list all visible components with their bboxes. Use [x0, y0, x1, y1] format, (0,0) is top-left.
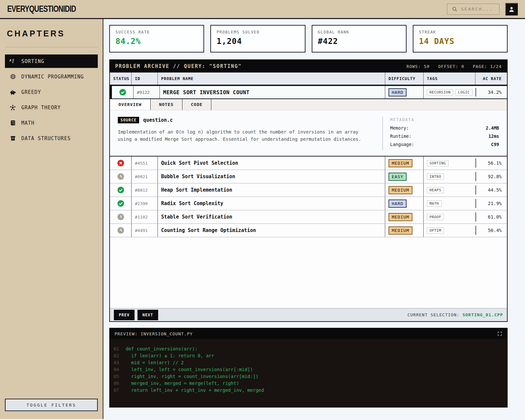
code-text: if len(arr) ≤ 1: return 0, arr — [126, 352, 214, 359]
code-line: 07 return left_inv + right_inv + merged_… — [110, 387, 507, 394]
archive-title: PROBLEM ARCHIVE // QUERY: "SORTING" — [115, 63, 242, 69]
table-row[interactable]: #4491 Counting Sort Range Optimization M… — [110, 224, 507, 237]
line-number: 03 — [110, 359, 126, 366]
preview-title: PREVIEW: INVERSION_COUNT.PY — [115, 331, 193, 336]
code-editor: 01def count_inversions(arr): 02 if len(a… — [110, 339, 507, 407]
next-page-button[interactable]: NEXT — [137, 310, 158, 320]
ac-rate: 92.8% — [475, 170, 507, 183]
code-line: 02 if len(arr) ≤ 1: return 0, arr — [110, 352, 507, 359]
sidebar-item-graph-theory[interactable]: GRAPH THEORY — [5, 101, 98, 114]
tag-chip: LOGIC — [455, 89, 472, 95]
tag-chip: INTRO — [427, 174, 444, 180]
sidebar-title: CHAPTERS — [5, 29, 98, 38]
column-header-name: PROBLEM NAME — [158, 73, 385, 85]
difficulty-badge: EASY — [388, 173, 407, 181]
stat-label: STREAK — [419, 30, 501, 34]
table-empty-space — [110, 237, 507, 308]
ac-rate: 44.5% — [475, 183, 507, 197]
user-account-button[interactable] — [505, 3, 518, 15]
code-text: right_inv, right = count_inversions(arr[… — [126, 373, 259, 380]
tag-chip: PROOF — [427, 214, 444, 220]
chip-icon — [10, 74, 16, 80]
status-solved-icon — [117, 200, 124, 207]
calculator-icon — [10, 120, 16, 126]
piggy-bank-icon — [10, 89, 16, 95]
sidebar-item-label: DYNAMIC PROGRAMMING — [21, 74, 84, 80]
metadata-key: Runtime: — [390, 134, 411, 139]
table-row[interactable]: #8812 Heap Sort Implementation MEDIUM HE… — [110, 183, 507, 197]
problem-id: #8812 — [132, 183, 158, 197]
prev-page-button[interactable]: PREV — [114, 310, 135, 320]
ac-rate: 34.2% — [475, 86, 507, 98]
user-icon — [508, 6, 515, 13]
problem-id: #4491 — [132, 224, 158, 237]
sidebar-item-sorting[interactable]: AZ SORTING — [5, 54, 98, 68]
sidebar-item-data-structures[interactable]: DATA STRUCTURES — [5, 132, 98, 145]
problem-id: #2390 — [132, 197, 158, 210]
code-line: 04 left_inv, left = count_inversions(arr… — [110, 366, 507, 373]
column-header-id: ID — [132, 73, 158, 85]
problem-name: Counting Sort Range Optimization — [158, 224, 385, 237]
tag-chip: OPTIM — [427, 227, 444, 234]
difficulty-badge: HARD — [388, 88, 407, 96]
problem-name: Heap Sort Implementation — [158, 183, 385, 197]
problem-description: Implementation of an O(n log n) algorith… — [118, 128, 367, 143]
sidebar-item-dynamic-programming[interactable]: DYNAMIC PROGRAMMING — [5, 70, 98, 83]
tag-chip: MATH — [427, 200, 442, 207]
archive-title-bar: PROBLEM ARCHIVE // QUERY: "SORTING" ROWS… — [110, 60, 507, 73]
table-row[interactable]: #2390 Radix Sort Complexity HARD MATH 21… — [110, 197, 507, 210]
line-number: 04 — [110, 366, 126, 373]
ac-rate: 21.9% — [475, 197, 507, 210]
difficulty-badge: MEDIUM — [388, 159, 412, 167]
metadata-value: 12ms — [488, 134, 499, 139]
tag-chip: SORTING — [427, 160, 449, 166]
sidebar-item-math[interactable]: MATH — [5, 116, 98, 130]
sidebar-item-greedy[interactable]: GREEDY — [5, 85, 98, 99]
svg-text:Z: Z — [12, 58, 14, 62]
ac-rate: 61.0% — [475, 210, 507, 223]
problem-name: Stable Sort Verification — [158, 210, 385, 223]
app-logo: EVERYQUESTIONIDID — [7, 4, 76, 14]
sidebar-divider — [5, 47, 98, 47]
graph-nodes-icon — [10, 104, 16, 111]
code-text: return left_inv + right_inv + merged_inv… — [126, 387, 264, 394]
code-line: 01def count_inversions(arr): — [110, 346, 507, 352]
code-text: mid = len(arr) // 2 — [126, 359, 184, 366]
difficulty-badge: HARD — [388, 200, 407, 208]
tab-notes[interactable]: NOTES — [151, 99, 182, 110]
tab-overview[interactable]: OVERVIEW — [110, 99, 151, 110]
current-selection-label: CURRENT SELECTION: — [408, 312, 460, 317]
problem-name: MERGE SORT INVERSION COUNT — [160, 86, 385, 98]
code-line: 06 merged_inv, merged = merge(left, righ… — [110, 380, 507, 387]
stat-card-global-rank: GLOBAL RANK #422 — [312, 25, 407, 52]
table-row[interactable]: #0021 Bubble Sort Visualization EASY INT… — [110, 170, 507, 183]
toggle-filters-button[interactable]: TOGGLE FILTERS — [5, 399, 98, 411]
code-line: 05 right_inv, right = count_inversions(a… — [110, 373, 507, 380]
status-pending-icon — [117, 227, 124, 234]
table-row[interactable]: #1102 Stable Sort Verification MEDIUM PR… — [110, 210, 507, 224]
code-preview-panel: PREVIEW: INVERSION_COUNT.PY 01def count_… — [109, 328, 508, 408]
expand-button[interactable] — [497, 331, 502, 336]
svg-text:A: A — [10, 58, 11, 62]
problem-name: Radix Sort Complexity — [158, 197, 385, 210]
problem-id: #4551 — [132, 157, 158, 170]
page-indicator: PAGE: 1/24 — [473, 64, 502, 69]
metadata-value: C99 — [491, 142, 499, 147]
search-input[interactable] — [461, 7, 497, 11]
problem-name: Quick Sort Pivot Selection — [158, 157, 385, 170]
problem-name: Bubble Sort Visualization — [158, 170, 385, 183]
line-number: 02 — [110, 352, 126, 359]
problem-id: #9122 — [134, 86, 160, 98]
source-filename: question.c — [143, 117, 173, 123]
line-number: 05 — [110, 373, 126, 380]
stat-label: GLOBAL RANK — [318, 30, 400, 34]
tab-code[interactable]: CODE — [182, 99, 211, 110]
preview-header: PREVIEW: INVERSION_COUNT.PY — [110, 328, 507, 339]
table-row[interactable]: #4551 Quick Sort Pivot Selection MEDIUM … — [110, 157, 507, 170]
source-badge: SOURCE — [118, 117, 139, 123]
line-number: 01 — [110, 346, 126, 352]
table-row-expanded[interactable]: #9122 MERGE SORT INVERSION COUNT HARD RE… — [110, 85, 507, 99]
stat-card-streak: STREAK 14 DAYS — [413, 25, 508, 52]
search-box[interactable] — [447, 4, 499, 15]
sidebar-item-label: MATH — [21, 120, 34, 126]
